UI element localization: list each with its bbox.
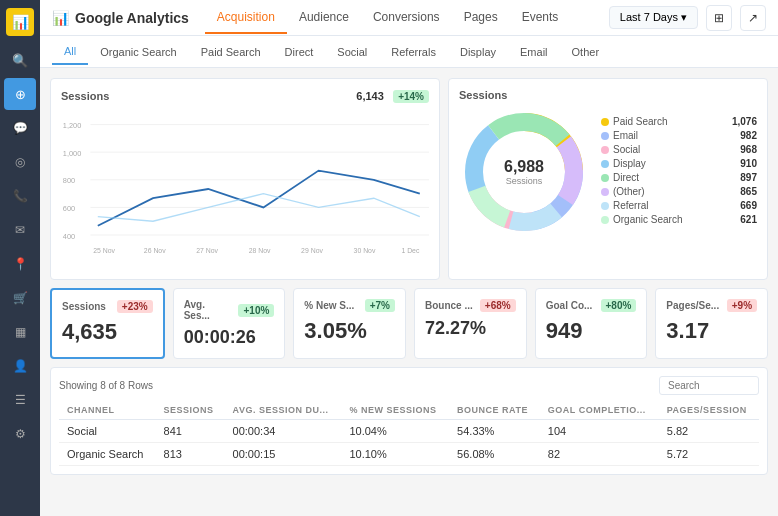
kpi-cards-row: Sessions +23% 4,635 Avg. Ses... +10% 00:… xyxy=(50,288,768,359)
line-chart-header: Sessions 6,143 +14% xyxy=(61,89,429,103)
top-navigation: 📊 Google Analytics Acquisition Audience … xyxy=(40,0,778,36)
app-title-icon: 📊 xyxy=(52,10,69,26)
kpi-pages-session-header: Pages/Se... +9% xyxy=(666,299,757,312)
main-content: 📊 Google Analytics Acquisition Audience … xyxy=(40,0,778,516)
top-nav-right: Last 7 Days ▾ ⊞ ↗ xyxy=(609,5,766,31)
kpi-avg-session-value: 00:00:26 xyxy=(184,327,275,348)
kpi-bounce-rate-label: Bounce ... xyxy=(425,300,473,311)
kpi-bounce-rate-value: 72.27% xyxy=(425,318,516,339)
kpi-goal-completions-value: 949 xyxy=(546,318,637,344)
sub-navigation: All Organic Search Paid Search Direct So… xyxy=(40,36,778,68)
kpi-goal-completions-label: Goal Co... xyxy=(546,300,593,311)
line-chart-stats: 6,143 +14% xyxy=(356,89,429,103)
kpi-card-new-sessions: % New S... +7% 3.05% xyxy=(293,288,406,359)
sidebar-icon-location[interactable]: 📍 xyxy=(4,248,36,280)
cell-channel-0: Social xyxy=(59,420,156,443)
sub-tab-other[interactable]: Other xyxy=(560,40,612,64)
sub-tab-email[interactable]: Email xyxy=(508,40,560,64)
sub-tab-all[interactable]: All xyxy=(52,39,88,65)
kpi-pages-session-label: Pages/Se... xyxy=(666,300,719,311)
showing-rows-text: Showing 8 of 8 Rows xyxy=(59,380,153,391)
sidebar-icon-phone[interactable]: 📞 xyxy=(4,180,36,212)
svg-text:28 Nov: 28 Nov xyxy=(249,247,271,254)
date-range-button[interactable]: Last 7 Days ▾ xyxy=(609,6,698,29)
legend-display: Display 910 xyxy=(601,158,757,169)
svg-text:27 Nov: 27 Nov xyxy=(196,247,218,254)
app-title-text: Google Analytics xyxy=(75,10,189,26)
sidebar-icon-home[interactable]: ⊕ xyxy=(4,78,36,110)
col-sessions[interactable]: SESSIONS xyxy=(156,401,225,420)
donut-content: 6,988 Sessions Paid Search 1,076 Email 9… xyxy=(459,107,757,237)
legend-referral: Referral 669 xyxy=(601,200,757,211)
col-bounce-rate: BOUNCE RATE xyxy=(449,401,540,420)
svg-text:30 Nov: 30 Nov xyxy=(354,247,376,254)
kpi-goal-completions-badge: +80% xyxy=(601,299,637,312)
legend-paid-search: Paid Search 1,076 xyxy=(601,116,757,127)
tab-events[interactable]: Events xyxy=(510,2,571,34)
cell-sessions-0: 841 xyxy=(156,420,225,443)
sidebar-icon-chat[interactable]: 💬 xyxy=(4,112,36,144)
sidebar-icon-cart[interactable]: 🛒 xyxy=(4,282,36,314)
kpi-avg-session-badge: +10% xyxy=(238,304,274,317)
svg-text:800: 800 xyxy=(63,176,75,185)
sessions-line-chart: Sessions 6,143 +14% 1,200 1,000 800 600 … xyxy=(50,78,440,280)
svg-text:1 Dec: 1 Dec xyxy=(401,247,420,254)
kpi-new-sessions-badge: +7% xyxy=(365,299,395,312)
kpi-new-sessions-value: 3.05% xyxy=(304,318,395,344)
data-table: CHANNEL SESSIONS AVG. SESSION DU... % NE… xyxy=(59,401,759,466)
svg-text:26 Nov: 26 Nov xyxy=(144,247,166,254)
cell-new-sessions-1: 10.10% xyxy=(341,443,449,466)
sub-tab-social[interactable]: Social xyxy=(325,40,379,64)
tab-acquisition[interactable]: Acquisition xyxy=(205,2,287,34)
sidebar-icon-bar-chart[interactable]: ▦ xyxy=(4,316,36,348)
kpi-bounce-rate-badge: +68% xyxy=(480,299,516,312)
tab-audience[interactable]: Audience xyxy=(287,2,361,34)
cell-sessions-1: 813 xyxy=(156,443,225,466)
kpi-card-bounce-rate: Bounce ... +68% 72.27% xyxy=(414,288,527,359)
sidebar-icon-analytics[interactable]: ◎ xyxy=(4,146,36,178)
donut-center-label: Sessions xyxy=(504,176,544,186)
cell-pages-session-1: 5.72 xyxy=(659,443,759,466)
line-chart-badge: +14% xyxy=(393,90,429,103)
sub-tab-organic-search[interactable]: Organic Search xyxy=(88,40,188,64)
table-search-input[interactable] xyxy=(659,376,759,395)
grid-view-button[interactable]: ⊞ xyxy=(706,5,732,31)
kpi-avg-session-label: Avg. Ses... xyxy=(184,299,233,321)
sidebar-icon-settings[interactable]: ⚙ xyxy=(4,418,36,450)
kpi-avg-session-header: Avg. Ses... +10% xyxy=(184,299,275,321)
svg-text:600: 600 xyxy=(63,204,75,213)
sidebar-icon-list[interactable]: ☰ xyxy=(4,384,36,416)
sidebar-icon-user[interactable]: 👤 xyxy=(4,350,36,382)
cell-goal-completions-1: 82 xyxy=(540,443,659,466)
kpi-card-goal-completions: Goal Co... +80% 949 xyxy=(535,288,648,359)
share-button[interactable]: ↗ xyxy=(740,5,766,31)
sub-tab-direct[interactable]: Direct xyxy=(273,40,326,64)
sub-tab-referrals[interactable]: Referrals xyxy=(379,40,448,64)
table-body: Social 841 00:00:34 10.04% 54.33% 104 5.… xyxy=(59,420,759,466)
legend-organic-search: Organic Search 621 xyxy=(601,214,757,225)
kpi-goal-completions-header: Goal Co... +80% xyxy=(546,299,637,312)
cell-new-sessions-0: 10.04% xyxy=(341,420,449,443)
col-new-sessions: % NEW SESSIONS xyxy=(341,401,449,420)
cell-bounce-rate-1: 56.08% xyxy=(449,443,540,466)
main-nav-tabs: Acquisition Audience Conversions Pages E… xyxy=(205,2,609,34)
donut-center-value: 6,988 xyxy=(504,158,544,176)
sessions-donut-chart: Sessions xyxy=(448,78,768,280)
kpi-card-avg-session: Avg. Ses... +10% 00:00:26 xyxy=(173,288,286,359)
col-channel: CHANNEL xyxy=(59,401,156,420)
app-title: 📊 Google Analytics xyxy=(52,10,189,26)
sub-tab-paid-search[interactable]: Paid Search xyxy=(189,40,273,64)
sidebar: 📊 🔍 ⊕ 💬 ◎ 📞 ✉ 📍 🛒 ▦ 👤 ☰ ⚙ xyxy=(0,0,40,516)
table-header-row: Showing 8 of 8 Rows xyxy=(59,376,759,395)
svg-text:29 Nov: 29 Nov xyxy=(301,247,323,254)
legend-email: Email 982 xyxy=(601,130,757,141)
cell-pages-session-0: 5.82 xyxy=(659,420,759,443)
tab-conversions[interactable]: Conversions xyxy=(361,2,452,34)
tab-pages[interactable]: Pages xyxy=(452,2,510,34)
kpi-new-sessions-label: % New S... xyxy=(304,300,354,311)
sidebar-icon-mail[interactable]: ✉ xyxy=(4,214,36,246)
sidebar-icon-search[interactable]: 🔍 xyxy=(4,44,36,76)
col-pages-session: PAGES/SESSION xyxy=(659,401,759,420)
cell-avg-session-1: 00:00:15 xyxy=(225,443,342,466)
sub-tab-display[interactable]: Display xyxy=(448,40,508,64)
